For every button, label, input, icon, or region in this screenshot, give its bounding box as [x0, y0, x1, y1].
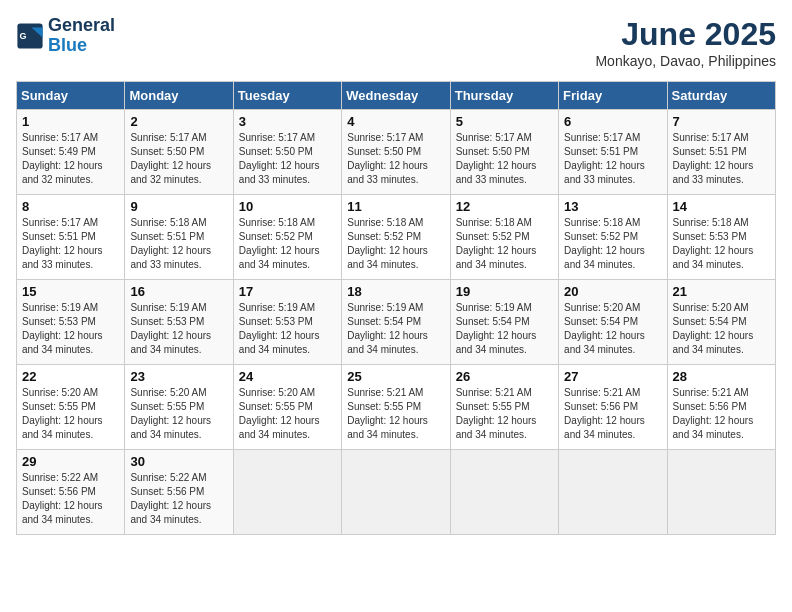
day-info: Sunrise: 5:19 AMSunset: 5:54 PMDaylight:… — [347, 302, 428, 355]
calendar-cell: 27 Sunrise: 5:21 AMSunset: 5:56 PMDaylig… — [559, 365, 667, 450]
day-number: 16 — [130, 284, 227, 299]
day-info: Sunrise: 5:19 AMSunset: 5:53 PMDaylight:… — [22, 302, 103, 355]
day-info: Sunrise: 5:18 AMSunset: 5:52 PMDaylight:… — [564, 217, 645, 270]
day-info: Sunrise: 5:17 AMSunset: 5:50 PMDaylight:… — [239, 132, 320, 185]
day-number: 28 — [673, 369, 770, 384]
calendar-cell: 16 Sunrise: 5:19 AMSunset: 5:53 PMDaylig… — [125, 280, 233, 365]
day-info: Sunrise: 5:21 AMSunset: 5:55 PMDaylight:… — [456, 387, 537, 440]
day-number: 5 — [456, 114, 553, 129]
day-info: Sunrise: 5:18 AMSunset: 5:52 PMDaylight:… — [239, 217, 320, 270]
day-info: Sunrise: 5:17 AMSunset: 5:50 PMDaylight:… — [130, 132, 211, 185]
day-info: Sunrise: 5:20 AMSunset: 5:55 PMDaylight:… — [22, 387, 103, 440]
logo-icon: G — [16, 22, 44, 50]
day-number: 12 — [456, 199, 553, 214]
day-info: Sunrise: 5:20 AMSunset: 5:54 PMDaylight:… — [673, 302, 754, 355]
calendar-cell: 8 Sunrise: 5:17 AMSunset: 5:51 PMDayligh… — [17, 195, 125, 280]
day-number: 18 — [347, 284, 444, 299]
day-number: 14 — [673, 199, 770, 214]
day-info: Sunrise: 5:17 AMSunset: 5:51 PMDaylight:… — [673, 132, 754, 185]
day-number: 29 — [22, 454, 119, 469]
calendar-cell — [233, 450, 341, 535]
calendar-cell: 22 Sunrise: 5:20 AMSunset: 5:55 PMDaylig… — [17, 365, 125, 450]
day-info: Sunrise: 5:20 AMSunset: 5:54 PMDaylight:… — [564, 302, 645, 355]
calendar-cell — [342, 450, 450, 535]
calendar-cell: 5 Sunrise: 5:17 AMSunset: 5:50 PMDayligh… — [450, 110, 558, 195]
calendar-cell: 12 Sunrise: 5:18 AMSunset: 5:52 PMDaylig… — [450, 195, 558, 280]
day-number: 6 — [564, 114, 661, 129]
day-info: Sunrise: 5:19 AMSunset: 5:54 PMDaylight:… — [456, 302, 537, 355]
day-info: Sunrise: 5:20 AMSunset: 5:55 PMDaylight:… — [239, 387, 320, 440]
day-number: 22 — [22, 369, 119, 384]
logo-line2: Blue — [48, 35, 87, 55]
calendar-cell: 1 Sunrise: 5:17 AMSunset: 5:49 PMDayligh… — [17, 110, 125, 195]
logo: G General Blue — [16, 16, 115, 56]
calendar-cell: 30 Sunrise: 5:22 AMSunset: 5:56 PMDaylig… — [125, 450, 233, 535]
day-number: 21 — [673, 284, 770, 299]
column-header-monday: Monday — [125, 82, 233, 110]
column-header-thursday: Thursday — [450, 82, 558, 110]
column-header-friday: Friday — [559, 82, 667, 110]
calendar-cell: 21 Sunrise: 5:20 AMSunset: 5:54 PMDaylig… — [667, 280, 775, 365]
calendar-header-row: SundayMondayTuesdayWednesdayThursdayFrid… — [17, 82, 776, 110]
day-number: 25 — [347, 369, 444, 384]
day-info: Sunrise: 5:17 AMSunset: 5:49 PMDaylight:… — [22, 132, 103, 185]
calendar-cell: 10 Sunrise: 5:18 AMSunset: 5:52 PMDaylig… — [233, 195, 341, 280]
day-info: Sunrise: 5:21 AMSunset: 5:56 PMDaylight:… — [564, 387, 645, 440]
calendar-cell: 11 Sunrise: 5:18 AMSunset: 5:52 PMDaylig… — [342, 195, 450, 280]
calendar-cell: 17 Sunrise: 5:19 AMSunset: 5:53 PMDaylig… — [233, 280, 341, 365]
calendar-cell: 3 Sunrise: 5:17 AMSunset: 5:50 PMDayligh… — [233, 110, 341, 195]
svg-text:G: G — [20, 31, 27, 41]
column-header-tuesday: Tuesday — [233, 82, 341, 110]
day-info: Sunrise: 5:20 AMSunset: 5:55 PMDaylight:… — [130, 387, 211, 440]
day-number: 4 — [347, 114, 444, 129]
day-number: 2 — [130, 114, 227, 129]
day-info: Sunrise: 5:17 AMSunset: 5:50 PMDaylight:… — [347, 132, 428, 185]
calendar-cell: 29 Sunrise: 5:22 AMSunset: 5:56 PMDaylig… — [17, 450, 125, 535]
day-info: Sunrise: 5:18 AMSunset: 5:52 PMDaylight:… — [347, 217, 428, 270]
day-number: 11 — [347, 199, 444, 214]
day-number: 27 — [564, 369, 661, 384]
logo-line1: General — [48, 16, 115, 36]
day-info: Sunrise: 5:21 AMSunset: 5:56 PMDaylight:… — [673, 387, 754, 440]
day-number: 3 — [239, 114, 336, 129]
day-info: Sunrise: 5:17 AMSunset: 5:50 PMDaylight:… — [456, 132, 537, 185]
calendar: SundayMondayTuesdayWednesdayThursdayFrid… — [16, 81, 776, 535]
day-info: Sunrise: 5:17 AMSunset: 5:51 PMDaylight:… — [564, 132, 645, 185]
header: G General Blue June 2025 Monkayo, Davao,… — [16, 16, 776, 69]
calendar-cell: 26 Sunrise: 5:21 AMSunset: 5:55 PMDaylig… — [450, 365, 558, 450]
calendar-cell: 13 Sunrise: 5:18 AMSunset: 5:52 PMDaylig… — [559, 195, 667, 280]
day-number: 8 — [22, 199, 119, 214]
calendar-cell — [559, 450, 667, 535]
calendar-week-1: 1 Sunrise: 5:17 AMSunset: 5:49 PMDayligh… — [17, 110, 776, 195]
calendar-cell: 28 Sunrise: 5:21 AMSunset: 5:56 PMDaylig… — [667, 365, 775, 450]
column-header-sunday: Sunday — [17, 82, 125, 110]
day-number: 17 — [239, 284, 336, 299]
calendar-cell: 2 Sunrise: 5:17 AMSunset: 5:50 PMDayligh… — [125, 110, 233, 195]
main-title: June 2025 — [595, 16, 776, 53]
calendar-week-2: 8 Sunrise: 5:17 AMSunset: 5:51 PMDayligh… — [17, 195, 776, 280]
day-number: 15 — [22, 284, 119, 299]
day-number: 24 — [239, 369, 336, 384]
logo-text: General Blue — [48, 16, 115, 56]
calendar-cell: 14 Sunrise: 5:18 AMSunset: 5:53 PMDaylig… — [667, 195, 775, 280]
day-info: Sunrise: 5:19 AMSunset: 5:53 PMDaylight:… — [239, 302, 320, 355]
day-info: Sunrise: 5:18 AMSunset: 5:51 PMDaylight:… — [130, 217, 211, 270]
day-info: Sunrise: 5:17 AMSunset: 5:51 PMDaylight:… — [22, 217, 103, 270]
column-header-wednesday: Wednesday — [342, 82, 450, 110]
day-number: 20 — [564, 284, 661, 299]
day-number: 26 — [456, 369, 553, 384]
day-info: Sunrise: 5:22 AMSunset: 5:56 PMDaylight:… — [22, 472, 103, 525]
calendar-week-3: 15 Sunrise: 5:19 AMSunset: 5:53 PMDaylig… — [17, 280, 776, 365]
calendar-cell: 4 Sunrise: 5:17 AMSunset: 5:50 PMDayligh… — [342, 110, 450, 195]
day-number: 30 — [130, 454, 227, 469]
calendar-cell: 24 Sunrise: 5:20 AMSunset: 5:55 PMDaylig… — [233, 365, 341, 450]
day-info: Sunrise: 5:18 AMSunset: 5:52 PMDaylight:… — [456, 217, 537, 270]
day-number: 7 — [673, 114, 770, 129]
calendar-cell — [667, 450, 775, 535]
calendar-cell: 6 Sunrise: 5:17 AMSunset: 5:51 PMDayligh… — [559, 110, 667, 195]
calendar-week-5: 29 Sunrise: 5:22 AMSunset: 5:56 PMDaylig… — [17, 450, 776, 535]
subtitle: Monkayo, Davao, Philippines — [595, 53, 776, 69]
day-number: 13 — [564, 199, 661, 214]
day-number: 10 — [239, 199, 336, 214]
calendar-cell: 20 Sunrise: 5:20 AMSunset: 5:54 PMDaylig… — [559, 280, 667, 365]
